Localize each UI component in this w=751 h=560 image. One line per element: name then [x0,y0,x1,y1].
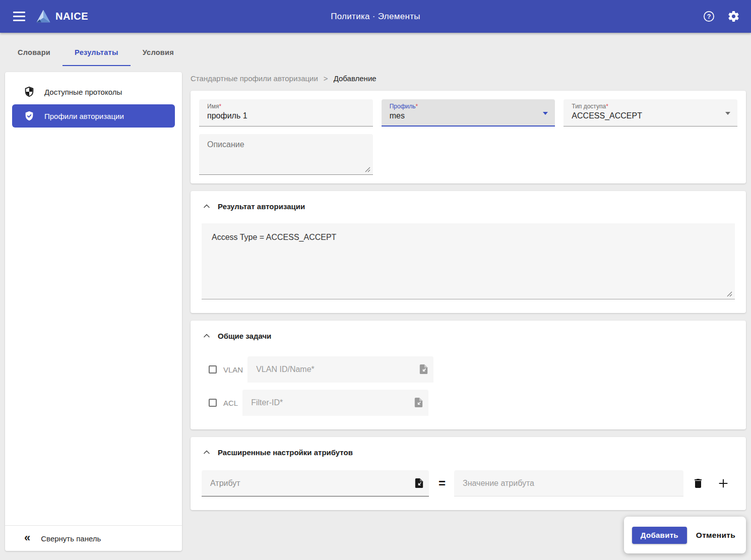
svg-text:?: ? [707,13,711,20]
breadcrumb-current: Добавление [334,74,377,83]
name-input[interactable] [207,111,366,120]
collapse-panel-button[interactable]: « Свернуть панель [5,526,182,551]
chevron-up-icon [202,331,212,341]
add-row-icon[interactable] [717,477,730,490]
file-import-icon[interactable] [418,363,429,377]
sidebar-item-label: Профили авторизации [44,112,124,120]
chevron-down-icon [725,112,730,115]
sidebar: Доступные протоколы Профили авторизации … [5,72,182,551]
required-asterisk: * [415,103,418,110]
tab-bar: Словари Результаты Условия [0,33,751,66]
vlan-id-field [247,356,433,383]
attribute-value-field [454,470,683,496]
vlan-checkbox-label: VLAN [223,365,243,374]
shield-check-icon [24,110,35,121]
profile-select[interactable]: Профиль* mes [382,99,555,127]
form-actions: Добавить Отменить [624,517,746,553]
help-icon[interactable]: ? [701,8,717,25]
file-import-icon[interactable] [413,397,424,410]
tab-results[interactable]: Результаты [62,33,131,66]
cancel-button[interactable]: Отменить [696,531,735,540]
access-type-label: Тип доступа [572,103,606,110]
submit-button[interactable]: Добавить [632,527,687,544]
profile-form-card: Имя* Профиль* mes Тип доступа* ACCESS_AC… [191,91,746,183]
filter-id-field [242,390,428,416]
menu-icon[interactable] [11,9,27,25]
auth-result-box: Access Type = ACCESS_ACCEPT [202,223,735,299]
common-tasks-card: Общие задачи VLAN [191,321,746,429]
access-type-select[interactable]: Тип доступа* ACCESS_ACCEPT [564,99,737,127]
sidebar-item-auth-profiles[interactable]: Профили авторизации [12,104,175,128]
content: Доступные протоколы Профили авторизации … [0,66,751,551]
advanced-attrs-header[interactable]: Расширенные настройки атрибутов [202,447,735,457]
page-title: Политика · Элементы [0,12,751,22]
name-field[interactable]: Имя* [199,99,373,127]
attribute-input[interactable] [202,479,429,488]
auth-result-header[interactable]: Результат авторизации [202,201,735,211]
breadcrumb-separator: > [324,74,328,83]
vlan-task-row: VLAN [202,356,735,383]
advanced-attrs-card: Расширенные настройки атрибутов [191,437,746,510]
main-content: Стандартные профили авторизации > Добавл… [191,66,746,510]
description-field[interactable] [199,134,373,175]
advanced-attrs-title: Расширенные настройки атрибутов [218,448,353,457]
common-tasks-header[interactable]: Общие задачи [202,331,735,341]
app-bar: NAICE Политика · Элементы ? [0,0,751,33]
sidebar-item-label: Доступные протоколы [44,88,122,96]
collapse-panel-label: Свернуть панель [41,534,101,543]
auth-result-card: Результат авторизации Access Type = ACCE… [191,191,746,313]
chevron-up-icon [202,447,212,457]
equals-sign: = [439,476,446,490]
filter-id-input[interactable] [242,398,428,407]
acl-checkbox[interactable] [209,399,217,407]
shield-icon [24,86,35,97]
description-textarea[interactable] [207,140,366,169]
attribute-value-input[interactable] [454,479,683,488]
profile-label: Профиль [390,103,416,110]
screen: NAICE Политика · Элементы ? Словари Резу… [0,0,751,560]
brand-name: NAICE [55,11,88,22]
required-asterisk: * [606,103,608,110]
chevron-up-icon [202,201,212,211]
brand: NAICE [35,9,88,25]
resize-handle-icon[interactable] [365,167,370,172]
chevron-down-icon [543,112,548,115]
profile-value: mes [390,111,548,120]
delete-row-icon[interactable] [692,477,704,489]
tab-conditions[interactable]: Условия [131,33,186,66]
access-type-value: ACCESS_ACCEPT [572,111,730,120]
common-tasks-title: Общие задачи [218,332,271,340]
double-chevron-left-icon: « [24,532,30,543]
acl-checkbox-label: ACL [223,399,238,407]
appbar-actions: ? [701,8,742,25]
required-asterisk: * [219,103,221,110]
attribute-row: = [202,470,735,496]
breadcrumb-parent[interactable]: Стандартные профили авторизации [191,74,318,83]
name-label: Имя [207,103,219,110]
acl-task-row: ACL [202,390,735,416]
attribute-field [202,470,429,496]
tab-dictionaries[interactable]: Словари [6,33,62,66]
auth-result-title: Результат авторизации [218,202,305,211]
naice-logo-icon [35,9,51,25]
breadcrumb: Стандартные профили авторизации > Добавл… [191,73,746,84]
file-import-icon[interactable] [413,477,425,490]
vlan-id-input[interactable] [247,365,433,374]
resize-handle-icon[interactable] [727,291,732,297]
auth-result-textarea[interactable]: Access Type = ACCESS_ACCEPT [202,223,735,298]
settings-gear-icon[interactable] [725,8,742,25]
vlan-checkbox[interactable] [209,365,217,374]
sidebar-item-available-protocols[interactable]: Доступные протоколы [12,80,175,103]
